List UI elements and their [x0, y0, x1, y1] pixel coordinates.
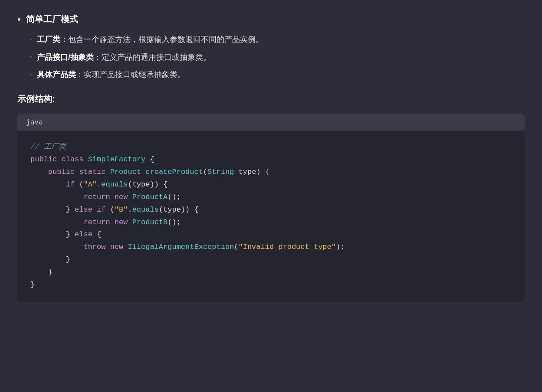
sub-bullet-text-2: 产品接口/抽象类：定义产品的通用接口或抽象类。	[37, 51, 211, 64]
sub-bullet-label-1: 工厂类	[37, 35, 60, 44]
code-line-8: throw new IllegalArgumentException("Inva…	[30, 241, 512, 254]
sub-bullets: ◦ 工厂类：包含一个静态方法，根据输入参数返回不同的产品实例。 ◦ 产品接口/抽…	[30, 33, 525, 81]
bullet-section: • 简单工厂模式 ◦ 工厂类：包含一个静态方法，根据输入参数返回不同的产品实例。…	[17, 13, 525, 81]
code-line-5: } else if ("B".equals(type)) {	[30, 204, 512, 216]
sub-bullet-2: ◦ 产品接口/抽象类：定义产品的通用接口或抽象类。	[30, 51, 525, 64]
sub-bullet-dot-1: ◦	[30, 34, 32, 44]
sub-bullet-3: ◦ 具体产品类：实现产品接口或继承抽象类。	[30, 69, 525, 81]
code-line-2: public static Product createProduct(Stri…	[30, 166, 512, 179]
code-line-3: if ("A".equals(type)) {	[30, 179, 512, 191]
sub-bullet-dot-2: ◦	[30, 52, 32, 62]
code-line-6: return new ProductB();	[30, 216, 512, 229]
code-container: java // 工厂类 public class SimpleFactory {…	[17, 114, 525, 302]
sub-bullet-text-3: 具体产品类：实现产品接口或继承抽象类。	[37, 69, 185, 81]
code-line-7: } else {	[30, 229, 512, 241]
code-comment: // 工厂类	[30, 141, 512, 154]
sub-bullet-dot-3: ◦	[30, 69, 32, 79]
code-line-4: return new ProductA();	[30, 191, 512, 204]
code-line-10: }	[30, 266, 512, 279]
main-bullet: • 简单工厂模式	[17, 13, 525, 26]
code-lang-bar: java	[17, 114, 525, 131]
code-block: // 工厂类 public class SimpleFactory { publ…	[17, 131, 525, 302]
sub-bullet-text-1: 工厂类：包含一个静态方法，根据输入参数返回不同的产品实例。	[37, 33, 263, 46]
sub-bullet-label-2: 产品接口/抽象类	[37, 53, 94, 62]
main-bullet-text: 简单工厂模式	[26, 13, 78, 25]
section-heading: 示例结构:	[17, 93, 525, 105]
code-line-1: public class SimpleFactory {	[30, 154, 512, 166]
sub-bullet-1: ◦ 工厂类：包含一个静态方法，根据输入参数返回不同的产品实例。	[30, 33, 525, 46]
main-bullet-dot: •	[17, 13, 21, 26]
code-line-9: }	[30, 254, 512, 266]
code-line-11: }	[30, 279, 512, 291]
sub-bullet-label-3: 具体产品类	[37, 70, 76, 79]
